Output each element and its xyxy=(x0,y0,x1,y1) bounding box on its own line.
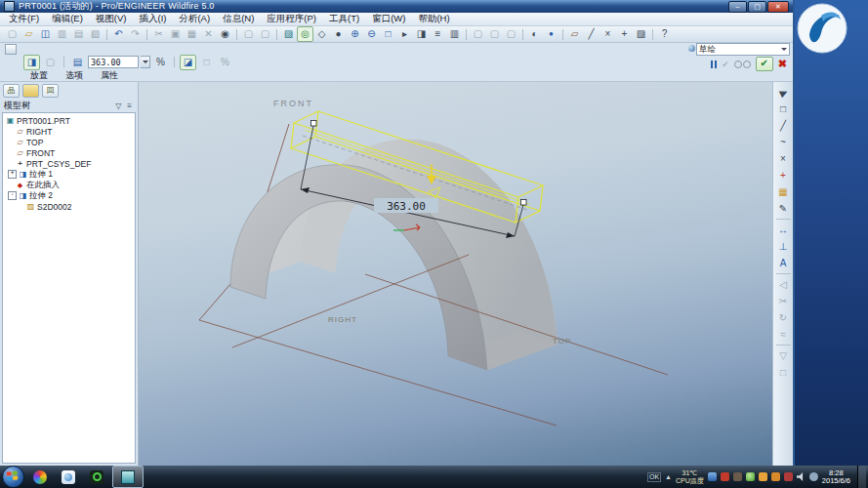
constraint-icon[interactable]: ⊥ xyxy=(774,238,793,255)
refit-icon[interactable]: □ xyxy=(380,26,396,42)
expand-icon[interactable]: + xyxy=(8,170,17,179)
cpu-temp-widget[interactable]: 31℃ CPU温度 xyxy=(676,469,704,484)
depth-value-input[interactable] xyxy=(88,56,139,68)
menu-applications[interactable]: 应用程序(P) xyxy=(267,13,316,25)
tree-filter-icon[interactable]: ▽ xyxy=(113,101,123,111)
print-icon[interactable]: ▥ xyxy=(54,26,70,42)
depth-type-icon[interactable]: ▤ xyxy=(69,55,86,70)
tab-properties[interactable]: 属性 xyxy=(94,69,125,82)
tree-settings-icon[interactable]: ≡ xyxy=(125,101,134,111)
rotate-resize-icon[interactable]: ↻ xyxy=(774,309,793,326)
saved-views-icon[interactable]: ◨ xyxy=(413,26,430,42)
tree-item-right[interactable]: ▱ RIGHT xyxy=(3,126,135,137)
security-tray-icon[interactable] xyxy=(721,472,729,481)
orient-mode-icon[interactable]: ◇ xyxy=(313,26,330,42)
volume-icon[interactable] xyxy=(797,472,806,481)
datum-toggle-icon[interactable]: ● xyxy=(543,26,559,42)
line-icon[interactable]: ╱ xyxy=(774,117,793,134)
sync-icon[interactable] xyxy=(809,472,818,481)
model-canvas[interactable]: 363.00 FRONT RIGHT TOP xyxy=(139,82,772,466)
rectangle-icon[interactable]: □ xyxy=(774,101,793,117)
update-tray-icon[interactable] xyxy=(771,472,780,481)
accept-button[interactable]: ✔ xyxy=(756,57,773,71)
taskbar-green-app-icon[interactable] xyxy=(84,468,109,486)
drag-handle-right[interactable] xyxy=(521,200,527,206)
select-all-icon[interactable]: ▢ xyxy=(257,26,273,42)
point-icon[interactable]: × xyxy=(774,150,793,167)
zoom-in-icon[interactable]: ⊕ xyxy=(347,26,363,42)
drag-handle-left[interactable] xyxy=(311,121,317,127)
delete-icon[interactable]: ✕ xyxy=(200,26,217,42)
taskbar-clock[interactable]: 8:28 2015/6/6 xyxy=(822,469,850,485)
shade-icon[interactable]: ● xyxy=(330,26,347,42)
minimize-button[interactable]: – xyxy=(728,1,747,13)
taskbar-proe-active-icon[interactable] xyxy=(112,466,144,488)
modify-icon[interactable]: ✎ xyxy=(774,200,793,217)
pause-icon[interactable] xyxy=(711,61,717,68)
axis-display-icon[interactable]: ╱ xyxy=(583,26,599,42)
model-tree-tab-icon[interactable]: 品 xyxy=(3,84,20,98)
tree-item-insert-here[interactable]: ◆ 在此插入 xyxy=(3,180,135,190)
flip-direction-icon[interactable]: % xyxy=(152,55,169,70)
remove-material-icon[interactable]: □ xyxy=(198,55,215,70)
tree-item-front[interactable]: ▱ FRONT xyxy=(3,147,135,158)
tree-item-extrude-2[interactable]: - ◨ 拉伸 2 xyxy=(3,190,135,201)
tree-item-csys[interactable]: + PRT_CSYS_DEF xyxy=(3,158,135,169)
folder-browser-tab-icon[interactable] xyxy=(22,84,39,98)
bank-tray-icon[interactable] xyxy=(733,472,742,481)
zoom-out-icon[interactable]: ⊖ xyxy=(363,26,380,42)
taskbar-media-app-icon[interactable] xyxy=(27,468,53,486)
send-icon[interactable]: ▧ xyxy=(87,26,103,42)
window-2-icon[interactable]: ▢ xyxy=(486,26,503,42)
close-button[interactable]: ✕ xyxy=(767,1,789,13)
csys-display-icon[interactable]: + xyxy=(616,26,633,42)
cut-icon[interactable]: ✂ xyxy=(150,26,167,42)
text-icon[interactable]: A xyxy=(774,255,793,271)
spare-tool-icon[interactable]: ▽ xyxy=(774,347,793,364)
verify-icon[interactable]: ✔ xyxy=(722,60,729,69)
dimension-icon[interactable]: ↔ xyxy=(774,222,793,238)
tree-item-extrude-1[interactable]: + ◨ 拉伸 1 xyxy=(3,169,135,180)
help-icon[interactable]: ? xyxy=(656,26,673,42)
menu-file[interactable]: 文件(F) xyxy=(9,13,39,25)
save-icon[interactable]: ◫ xyxy=(37,26,54,42)
cancel-button[interactable]: ✖ xyxy=(778,58,787,70)
start-button[interactable] xyxy=(2,466,24,488)
tree-item-prt0001[interactable]: ▣ PRT0001.PRT xyxy=(3,115,135,126)
window-3-icon[interactable]: ▢ xyxy=(503,26,519,42)
dashboard-collapse-icon[interactable] xyxy=(5,44,17,55)
depth-dropdown-button[interactable] xyxy=(141,56,150,68)
menu-insert[interactable]: 插入(I) xyxy=(139,13,166,25)
preview-glasses-icon[interactable] xyxy=(734,61,751,68)
download-tray-icon[interactable] xyxy=(759,472,767,481)
hidden-icons-arrow[interactable]: ▲ xyxy=(665,473,672,480)
extrude-solid-icon[interactable]: ◨ xyxy=(23,55,40,70)
palette-icon[interactable]: ▦ xyxy=(774,183,793,200)
menu-analysis[interactable]: 分析(A) xyxy=(179,13,210,25)
menu-view[interactable]: 视图(V) xyxy=(96,13,127,25)
trim-icon[interactable]: ✂ xyxy=(774,293,793,309)
mirror-icon[interactable]: ◁ xyxy=(774,276,793,293)
layers-icon[interactable]: ≡ xyxy=(430,26,446,42)
graphics-area[interactable]: 363.00 FRONT RIGHT TOP xyxy=(139,82,772,466)
collapse-icon[interactable]: - xyxy=(8,191,17,200)
coordinate-system-icon[interactable]: + xyxy=(774,167,793,183)
tree-item-sketch-s2d0002[interactable]: ▨ S2D0002 xyxy=(3,201,135,212)
find-icon[interactable]: ◉ xyxy=(217,26,233,42)
flip-material-side-icon[interactable]: % xyxy=(217,55,233,70)
menu-help[interactable]: 帮助(H) xyxy=(418,13,449,25)
spin-center-icon[interactable]: ◎ xyxy=(297,26,313,42)
tray-ok-badge[interactable]: OK xyxy=(647,472,661,482)
plane-display-icon[interactable]: ▱ xyxy=(566,26,583,42)
menu-window[interactable]: 窗口(W) xyxy=(372,13,405,25)
maximize-button[interactable]: ▢ xyxy=(748,1,766,13)
new-icon[interactable]: ▢ xyxy=(4,26,21,42)
point-display-icon[interactable]: × xyxy=(599,26,616,42)
menu-tools[interactable]: 工具(T) xyxy=(329,13,359,25)
tab-placement[interactable]: 放置 xyxy=(23,69,55,82)
display-style-icon[interactable]: ◐ xyxy=(526,26,543,42)
network-tray-icon[interactable] xyxy=(708,472,717,481)
favorites-tab-icon[interactable]: 回 xyxy=(42,84,59,98)
alert-tray-icon[interactable] xyxy=(784,472,793,481)
dimension-value[interactable]: 363.00 xyxy=(387,200,426,213)
